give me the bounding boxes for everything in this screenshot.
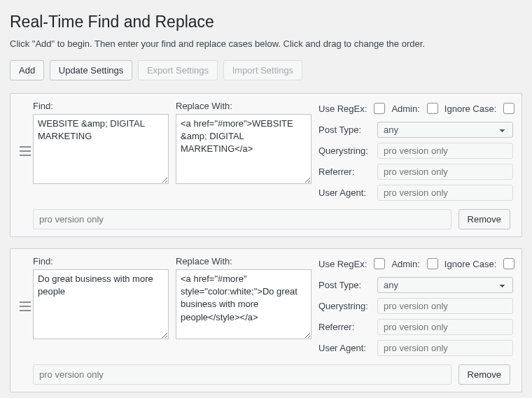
ignore-case-label: Ignore Case:	[444, 259, 496, 269]
rule-card: Find: Replace With: Use RegEx: Admin: Ig…	[10, 248, 522, 392]
drag-handle-icon[interactable]	[18, 101, 33, 201]
ignore-case-checkbox[interactable]	[503, 103, 514, 114]
replace-textarea[interactable]	[176, 269, 312, 339]
referrer-label: Referrer:	[318, 166, 377, 177]
drag-handle-icon[interactable]	[18, 256, 33, 356]
regex-label: Use RegEx:	[318, 259, 367, 269]
ignore-case-label: Ignore Case:	[444, 104, 496, 114]
post-type-select[interactable]: any	[377, 122, 513, 138]
post-type-select[interactable]: any	[377, 277, 513, 293]
referrer-input	[377, 319, 513, 335]
replace-label: Replace With:	[176, 101, 312, 111]
remove-button[interactable]: Remove	[458, 209, 510, 229]
querystring-input	[377, 298, 513, 314]
page-title: Real-Time Find and Replace	[10, 13, 522, 31]
rule-card: Find: Replace With: Use RegEx: Admin: Ig…	[10, 93, 522, 237]
intro-text: Click "Add" to begin. Then enter your fi…	[10, 38, 522, 49]
export-settings-button[interactable]: Export Settings	[138, 60, 218, 80]
user-agent-label: User Agent:	[318, 187, 377, 198]
regex-label: Use RegEx:	[318, 104, 367, 114]
find-textarea[interactable]	[33, 269, 169, 339]
referrer-label: Referrer:	[318, 322, 377, 332]
regex-checkbox[interactable]	[374, 103, 385, 114]
add-button[interactable]: Add	[10, 60, 44, 80]
update-settings-button[interactable]: Update Settings	[50, 60, 133, 80]
querystring-label: Querystring:	[318, 145, 377, 156]
find-label: Find:	[33, 256, 169, 266]
admin-checkbox[interactable]	[427, 258, 438, 269]
import-settings-button[interactable]: Import Settings	[223, 60, 302, 80]
regex-checkbox[interactable]	[374, 258, 385, 269]
top-toolbar: Add Update Settings Export Settings Impo…	[10, 60, 522, 80]
post-type-label: Post Type:	[318, 125, 377, 135]
user-agent-input	[377, 185, 513, 201]
replace-textarea[interactable]	[176, 114, 312, 184]
admin-label: Admin:	[391, 104, 419, 114]
notes-input	[33, 364, 451, 385]
notes-input	[33, 209, 451, 229]
find-label: Find:	[33, 101, 169, 111]
querystring-input	[377, 143, 513, 159]
admin-checkbox[interactable]	[427, 103, 438, 114]
post-type-label: Post Type:	[318, 280, 377, 290]
ignore-case-checkbox[interactable]	[503, 258, 514, 269]
querystring-label: Querystring:	[318, 301, 377, 311]
referrer-input	[377, 164, 513, 180]
admin-label: Admin:	[391, 259, 419, 269]
find-textarea[interactable]	[33, 114, 169, 184]
replace-label: Replace With:	[176, 256, 312, 266]
user-agent-label: User Agent:	[318, 343, 377, 353]
remove-button[interactable]: Remove	[458, 364, 510, 385]
user-agent-input	[377, 340, 513, 356]
